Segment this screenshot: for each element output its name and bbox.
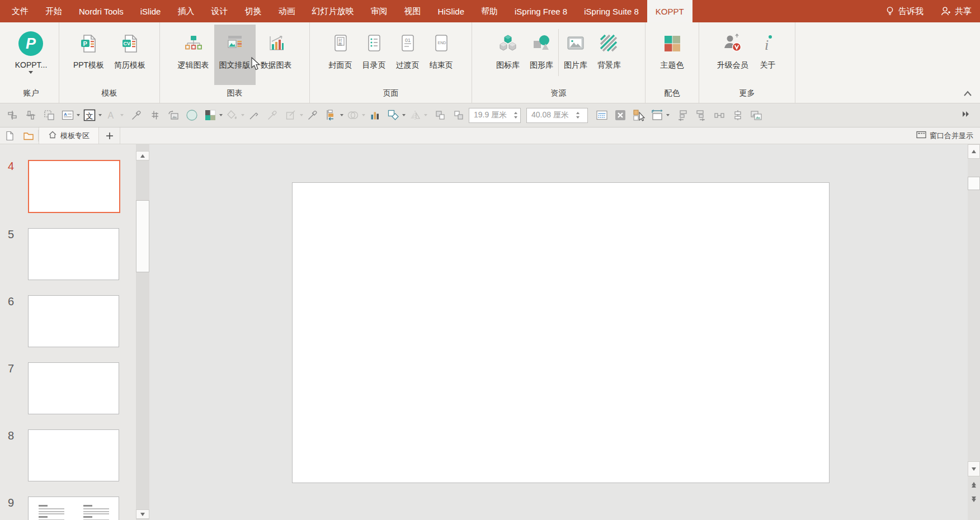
distribute-horizontal-icon[interactable] — [712, 107, 727, 124]
layout-chart-button[interactable]: 图文排版 — [214, 25, 256, 85]
compress-pictures-icon[interactable] — [748, 107, 764, 124]
slide-notes-icon[interactable] — [594, 107, 609, 124]
align-center-horizontal-icon[interactable] — [4, 107, 20, 124]
canvas-scrollbar[interactable] — [968, 144, 980, 520]
tab-insert[interactable]: 插入 — [169, 0, 202, 22]
current-slide[interactable] — [292, 182, 830, 483]
data-chart-button[interactable]: 数据图表 — [256, 25, 297, 85]
slide-item-4[interactable]: 4 — [0, 160, 136, 213]
outline-pen-icon[interactable] — [246, 107, 261, 124]
slide-item-6[interactable]: 6 — [0, 295, 136, 347]
cjk-font-icon[interactable]: 文 — [82, 107, 97, 124]
slide-thumbnail[interactable] — [28, 228, 119, 280]
tab-help[interactable]: 帮助 — [473, 0, 506, 22]
height-spinner[interactable] — [575, 112, 582, 119]
slide-canvas-area[interactable] — [149, 144, 968, 520]
tab-file[interactable]: 文件 — [3, 0, 37, 22]
slide-thumbnail[interactable] — [28, 497, 119, 520]
shape-library-button[interactable]: 图形库 — [525, 25, 558, 85]
resume-template-button[interactable]: CV 简历模板 — [109, 25, 150, 85]
chevron-down-icon[interactable] — [338, 107, 345, 124]
scroll-up-button[interactable] — [136, 151, 149, 160]
koppt-account-button[interactable]: P KOPPT... — [10, 25, 53, 85]
resize-to-box-icon[interactable] — [649, 107, 665, 124]
oval-shape-icon[interactable] — [184, 107, 199, 124]
tab-islide[interactable]: iSlide — [132, 0, 169, 22]
chevron-down-icon[interactable] — [665, 107, 671, 124]
distribute-vertical-icon[interactable] — [730, 107, 745, 124]
tab-design[interactable]: 设计 — [202, 0, 236, 22]
scroll-down-button[interactable] — [136, 509, 149, 519]
tab-transitions[interactable]: 切换 — [236, 0, 270, 22]
slide-item-5[interactable]: 5 — [0, 228, 136, 280]
doc-tab-template-zone[interactable]: 模板专区 — [39, 127, 99, 144]
align-right-edge-icon[interactable] — [693, 107, 708, 124]
delete-object-icon[interactable] — [613, 107, 628, 124]
icon-library-button[interactable]: 图标库 — [491, 25, 525, 85]
tell-me-button[interactable]: 告诉我 — [877, 0, 932, 22]
ppt-template-button[interactable]: P PPT模板 — [68, 25, 109, 85]
upgrade-vip-button[interactable]: 升级会员 — [712, 25, 753, 85]
format-pin-icon[interactable] — [147, 107, 162, 124]
slide-item-8[interactable]: 8 — [0, 429, 136, 481]
text-box-icon[interactable]: A — [60, 107, 75, 124]
new-tab-button[interactable] — [99, 127, 120, 144]
tab-slideshow[interactable]: 幻灯片放映 — [303, 0, 362, 22]
window-merge-toggle[interactable]: 窗口合并显示 — [916, 127, 980, 144]
slide-thumbnail-selected[interactable] — [28, 160, 120, 213]
slide-thumbnail[interactable] — [28, 362, 119, 414]
width-spinner[interactable] — [513, 112, 520, 119]
font-color-icon[interactable]: A — [103, 107, 119, 124]
shape-width-input[interactable] — [469, 111, 513, 120]
collapse-ribbon-button[interactable] — [963, 88, 972, 98]
chevron-down-icon[interactable] — [401, 107, 407, 124]
slide-item-9[interactable]: 9 — [0, 497, 136, 520]
chevron-down-icon[interactable] — [218, 107, 224, 124]
scrollbar-thumb[interactable] — [968, 177, 980, 190]
tab-ispring-suite-8[interactable]: iSpring Suite 8 — [576, 0, 647, 22]
tab-review[interactable]: 审阅 — [362, 0, 395, 22]
slide-thumbnail[interactable] — [28, 429, 119, 481]
next-slide-button[interactable] — [968, 494, 980, 505]
theme-color-swatch-icon[interactable] — [202, 107, 218, 124]
combine-shapes-icon[interactable] — [385, 107, 401, 124]
background-library-button[interactable]: 背景库 — [592, 25, 626, 85]
tab-home[interactable]: 开始 — [37, 0, 70, 22]
tab-ispring-free-8[interactable]: iSpring Free 8 — [506, 0, 576, 22]
chart-bars-icon[interactable] — [367, 107, 382, 124]
toolbar-overflow-button[interactable] — [961, 110, 976, 120]
multi-select-icon[interactable] — [41, 107, 56, 124]
eyedropper-icon[interactable] — [305, 107, 320, 124]
cover-page-button[interactable]: 封面 封面页 — [324, 25, 357, 85]
tab-view[interactable]: 视图 — [395, 0, 429, 22]
shape-height-input[interactable] — [527, 111, 575, 120]
tab-koppt[interactable]: KOPPT — [647, 0, 692, 22]
bring-forward-icon[interactable] — [432, 107, 447, 124]
about-button[interactable]: i 关于 — [753, 25, 783, 85]
send-backward-icon[interactable] — [451, 107, 466, 124]
transition-page-button[interactable]: 01 过渡页 — [391, 25, 425, 85]
slide-thumbnail[interactable] — [28, 295, 119, 347]
tab-hislide[interactable]: HiSlide — [429, 0, 473, 22]
toc-page-button[interactable]: 目录页 — [357, 25, 391, 85]
tab-animations[interactable]: 动画 — [270, 0, 303, 22]
logic-chart-button[interactable]: 逻辑图表 — [173, 25, 214, 85]
eyedropper-icon[interactable] — [129, 107, 144, 124]
previous-slide-button[interactable] — [968, 479, 980, 490]
swap-position-icon[interactable] — [631, 107, 646, 124]
share-button[interactable]: 共享 — [932, 0, 980, 22]
theme-color-button[interactable]: 主题色 — [656, 25, 689, 85]
new-document-icon[interactable] — [0, 127, 19, 144]
align-middle-vertical-icon[interactable] — [23, 107, 38, 124]
chevron-down-icon[interactable] — [97, 107, 103, 124]
thumbnail-panel-scrollbar[interactable] — [136, 144, 149, 520]
chevron-down-icon[interactable] — [75, 107, 82, 124]
end-page-button[interactable]: END 结束页 — [425, 25, 458, 85]
scroll-down-button[interactable] — [968, 461, 980, 476]
slide-item-7[interactable]: 7 — [0, 362, 136, 414]
tab-nordri-tools[interactable]: Nordri Tools — [70, 0, 132, 22]
align-left-edge-icon[interactable] — [675, 107, 690, 124]
open-folder-icon[interactable] — [19, 127, 38, 144]
scroll-up-button[interactable] — [968, 144, 980, 159]
reset-picture-icon[interactable] — [166, 107, 181, 124]
